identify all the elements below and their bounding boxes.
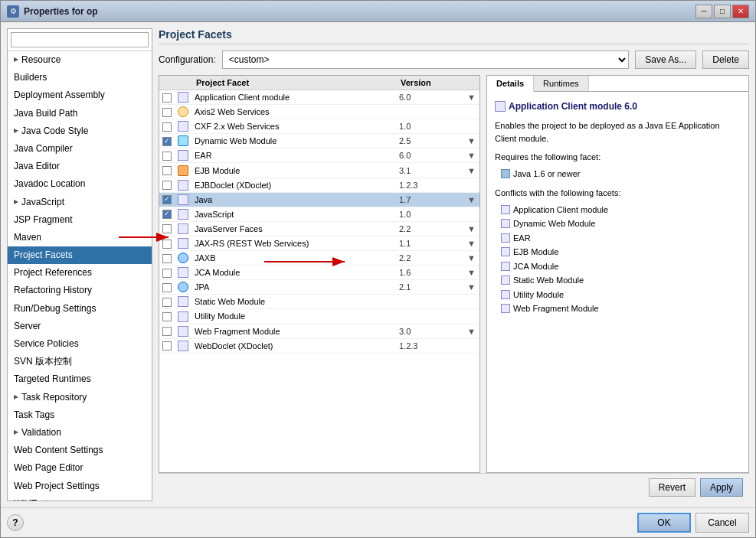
sidebar-item-project-facets[interactable]: Project Facets: [8, 246, 152, 264]
table-row[interactable]: Application Client module6.0▼: [159, 90, 479, 105]
ok-button[interactable]: OK: [637, 513, 691, 533]
facet-checkbox-4[interactable]: [162, 152, 172, 161]
config-select[interactable]: <custom>: [222, 51, 630, 69]
conflicts-item-text: Dynamic Web Module: [513, 217, 595, 230]
sidebar-item-jsp-fragment[interactable]: JSP Fragment: [8, 211, 152, 229]
facet-checkbox-3[interactable]: [162, 137, 172, 146]
details-description: Enables the project to be deployed as a …: [495, 119, 741, 145]
sidebar-item-wikitext[interactable]: WikiText: [8, 495, 152, 501]
table-row[interactable]: Java1.7▼: [159, 192, 479, 207]
facet-checkbox-5[interactable]: [162, 166, 172, 175]
facet-dropdown-5[interactable]: ▼: [464, 163, 479, 178]
facet-checkbox-16[interactable]: [162, 327, 172, 336]
table-row[interactable]: Dynamic Web Module2.5▼: [159, 134, 479, 148]
sidebar-item-java-compiler[interactable]: Java Compiler: [8, 140, 152, 158]
sidebar-item-javascript[interactable]: JavaScript: [8, 194, 152, 211]
table-row[interactable]: Web Fragment Module3.0▼: [159, 324, 479, 338]
minimize-button[interactable]: ─: [695, 5, 712, 18]
search-input[interactable]: [11, 32, 149, 47]
sidebar-item-web-project-settings[interactable]: Web Project Settings: [8, 478, 152, 495]
sidebar-item-refactoring-history[interactable]: Refactoring History: [8, 282, 152, 299]
table-row[interactable]: Utility Module: [159, 309, 479, 324]
sidebar-item-java-code-style[interactable]: Java Code Style: [8, 122, 152, 140]
table-row[interactable]: WebDoclet (XDoclet)1.2.3: [159, 338, 479, 353]
save-as-button[interactable]: Save As...: [635, 51, 696, 69]
cancel-button[interactable]: Cancel: [695, 513, 749, 533]
sidebar-item-web-content-settings[interactable]: Web Content Settings: [8, 442, 152, 459]
maximize-button[interactable]: □: [714, 5, 731, 18]
facet-checkbox-15[interactable]: [162, 312, 172, 321]
apply-button[interactable]: Apply: [700, 478, 743, 497]
table-row[interactable]: EJBDoclet (XDoclet)1.2.3: [159, 178, 479, 192]
facet-name-4: EAR: [191, 148, 396, 163]
facet-checkbox-17[interactable]: [162, 341, 172, 351]
sidebar-item-deployment-assembly[interactable]: Deployment Assembly: [8, 86, 152, 104]
facet-version-12: 1.6: [396, 266, 464, 280]
sidebar-item-java-editor[interactable]: Java Editor: [8, 158, 152, 175]
facet-name-13: JPA: [191, 280, 396, 295]
sidebar-item-run-debug-settings[interactable]: Run/Debug Settings: [8, 300, 152, 318]
facet-checkbox-7[interactable]: [162, 195, 172, 204]
facet-dropdown-10[interactable]: ▼: [464, 236, 479, 250]
facets-area: Project Facet Version Application Client…: [159, 75, 749, 473]
sidebar-item-validation[interactable]: Validation: [8, 424, 152, 442]
table-row[interactable]: JPA2.1▼: [159, 280, 479, 295]
delete-button[interactable]: Delete: [702, 51, 749, 69]
sidebar-item-maven[interactable]: Maven: [8, 229, 152, 246]
facet-dropdown-13[interactable]: ▼: [464, 280, 479, 295]
facet-dropdown-9[interactable]: ▼: [464, 221, 479, 236]
sidebar-item-server[interactable]: Server: [8, 318, 152, 335]
facet-icon-16: [178, 326, 188, 337]
facet-dropdown-4[interactable]: ▼: [464, 148, 479, 163]
facet-checkbox-0[interactable]: [162, 93, 172, 103]
facet-tbody: Application Client module6.0▼Axis2 Web S…: [159, 90, 479, 354]
table-row[interactable]: JavaServer Faces2.2▼: [159, 221, 479, 236]
facet-checkbox-10[interactable]: [162, 240, 172, 249]
facet-version-6: 1.2.3: [396, 178, 464, 192]
facet-checkbox-1[interactable]: [162, 108, 172, 117]
table-row[interactable]: JAXB2.2▼: [159, 251, 479, 266]
facet-dropdown-7[interactable]: ▼: [464, 192, 479, 207]
sidebar-item-project-references[interactable]: Project References: [8, 264, 152, 282]
table-row[interactable]: JAX-RS (REST Web Services)1.1▼: [159, 236, 479, 250]
facet-checkbox-12[interactable]: [162, 269, 172, 278]
facet-dropdown-3[interactable]: ▼: [464, 134, 479, 148]
table-row[interactable]: EJB Module3.1▼: [159, 163, 479, 178]
facet-checkbox-14[interactable]: [162, 298, 172, 307]
sidebar-item-web-page-editor[interactable]: Web Page Editor: [8, 459, 152, 477]
sidebar-item-targeted-runtimes[interactable]: Targeted Runtimes: [8, 370, 152, 388]
facet-checkbox-13[interactable]: [162, 283, 172, 292]
properties-dialog: ⚙ Properties for op ─ □ ✕ ResourceBuilde…: [0, 0, 756, 538]
facet-icon-7: [178, 194, 188, 205]
sidebar-item-java-build-path[interactable]: Java Build Path: [8, 105, 152, 122]
facet-checkbox-2[interactable]: [162, 122, 172, 132]
facet-dropdown-0[interactable]: ▼: [464, 90, 479, 105]
table-row[interactable]: CXF 2.x Web Services1.0: [159, 119, 479, 134]
help-button[interactable]: ?: [7, 514, 24, 531]
facet-checkbox-8[interactable]: [162, 210, 172, 219]
table-row[interactable]: Axis2 Web Services: [159, 105, 479, 119]
facet-version-1: [396, 105, 464, 119]
revert-button[interactable]: Revert: [649, 478, 695, 497]
sidebar-item-svn[interactable]: SVN 版本控制: [8, 353, 152, 370]
sidebar-item-task-repository[interactable]: Task Repository: [8, 389, 152, 406]
facet-checkbox-9[interactable]: [162, 224, 172, 233]
facets-list[interactable]: Project Facet Version Application Client…: [159, 75, 480, 473]
facet-dropdown-16[interactable]: ▼: [464, 324, 479, 338]
table-row[interactable]: JCA Module1.6▼: [159, 266, 479, 280]
facet-checkbox-11[interactable]: [162, 254, 172, 263]
table-row[interactable]: Static Web Module: [159, 295, 479, 309]
sidebar-item-service-policies[interactable]: Service Policies: [8, 335, 152, 353]
facet-dropdown-12[interactable]: ▼: [464, 266, 479, 280]
sidebar-item-resource[interactable]: Resource: [8, 51, 152, 69]
close-button[interactable]: ✕: [732, 5, 749, 18]
tab-runtimes[interactable]: Runtimes: [534, 76, 588, 91]
tab-details[interactable]: Details: [487, 76, 534, 92]
facet-checkbox-6[interactable]: [162, 181, 172, 190]
sidebar-item-task-tags[interactable]: Task Tags: [8, 406, 152, 424]
sidebar-item-builders[interactable]: Builders: [8, 69, 152, 86]
table-row[interactable]: JavaScript1.0: [159, 207, 479, 221]
table-row[interactable]: EAR6.0▼: [159, 148, 479, 163]
sidebar-item-javadoc-location[interactable]: Javadoc Location: [8, 175, 152, 193]
facet-dropdown-11[interactable]: ▼: [464, 251, 479, 266]
